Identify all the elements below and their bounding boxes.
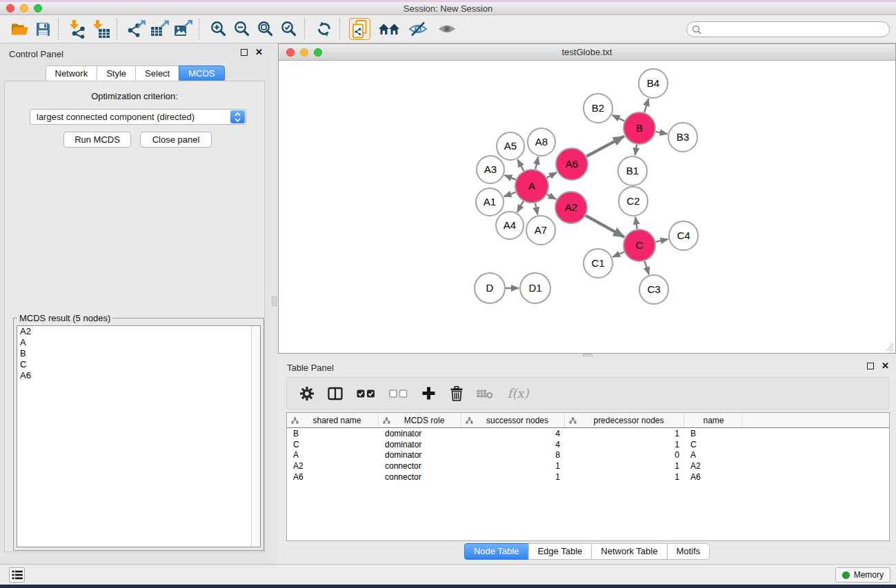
tab-mcds[interactable]: MCDS bbox=[179, 65, 224, 82]
refresh-button[interactable] bbox=[312, 18, 336, 40]
run-mcds-button[interactable]: Run MCDS bbox=[63, 132, 131, 148]
mcds-result-item[interactable]: B bbox=[17, 348, 260, 359]
graph-node-C4[interactable]: C4 bbox=[669, 221, 698, 250]
table-cell: 4 bbox=[461, 429, 565, 438]
graph-node-A8[interactable]: A8 bbox=[528, 128, 555, 156]
graph-edge-A-A8 bbox=[535, 157, 538, 170]
zoom-selected-button[interactable] bbox=[277, 18, 301, 40]
graph-node-C2[interactable]: C2 bbox=[619, 187, 648, 216]
graph-node-B3[interactable]: B3 bbox=[668, 123, 697, 152]
mcds-result-item[interactable]: A bbox=[17, 337, 260, 348]
search-field[interactable] bbox=[686, 21, 890, 37]
graph-node-B4[interactable]: B4 bbox=[639, 69, 668, 98]
deselect-all-button[interactable] bbox=[388, 385, 408, 403]
mcds-result-item[interactable]: C bbox=[17, 359, 260, 370]
graph-node-B2[interactable]: B2 bbox=[584, 94, 613, 123]
graph-node-A[interactable]: A bbox=[515, 170, 548, 203]
control-panel-close-button[interactable]: ✕ bbox=[255, 49, 263, 56]
task-history-button[interactable] bbox=[9, 567, 25, 582]
zoom-out-button[interactable] bbox=[230, 18, 254, 40]
column-header-mcds-role[interactable]: MCDS role bbox=[379, 413, 461, 427]
tab-select[interactable]: Select bbox=[135, 65, 179, 82]
table-settings-button[interactable] bbox=[299, 385, 315, 403]
graph-node-A6[interactable]: A6 bbox=[556, 148, 588, 180]
graph-node-A7[interactable]: A7 bbox=[526, 216, 555, 245]
delete-table-button[interactable] bbox=[477, 385, 493, 403]
eye-icon bbox=[437, 22, 457, 36]
trash-icon bbox=[450, 386, 464, 401]
table-panel-tabs: Node TableEdge TableNetwork TableMotifs bbox=[464, 543, 710, 560]
graph-edge-B-B3 bbox=[656, 132, 668, 134]
table-cell: 1 bbox=[565, 461, 684, 471]
resize-grip-icon[interactable] bbox=[885, 343, 894, 352]
graph-node-A5[interactable]: A5 bbox=[497, 132, 524, 160]
svg-text:C3: C3 bbox=[647, 283, 660, 295]
column-header-name[interactable]: name bbox=[684, 413, 742, 427]
mcds-result-item[interactable]: A6 bbox=[17, 370, 260, 381]
table-tab-edge-table[interactable]: Edge Table bbox=[528, 543, 592, 560]
export-table-icon bbox=[150, 19, 170, 39]
panel-divider-handle[interactable] bbox=[272, 296, 277, 306]
select-all-button[interactable] bbox=[355, 385, 376, 403]
unchecked-boxes-icon bbox=[389, 389, 408, 398]
graph-node-D1[interactable]: D1 bbox=[520, 273, 550, 303]
table-panel-close-button[interactable]: ✕ bbox=[882, 363, 889, 369]
export-network-button[interactable] bbox=[125, 18, 148, 40]
export-table-button[interactable] bbox=[148, 18, 172, 40]
control-panel-float-button[interactable] bbox=[241, 49, 248, 56]
table-row[interactable]: Cdominator41C bbox=[287, 439, 889, 450]
zoom-in-button[interactable] bbox=[207, 18, 230, 40]
export-image-button[interactable] bbox=[172, 18, 195, 40]
graph-edge-C-C1 bbox=[613, 252, 624, 257]
table-panel-float-button[interactable] bbox=[867, 363, 874, 369]
table-tab-network-table[interactable]: Network Table bbox=[591, 543, 667, 560]
main-toolbar bbox=[0, 15, 896, 43]
import-network-button[interactable] bbox=[66, 18, 90, 40]
table-tab-motifs[interactable]: Motifs bbox=[666, 543, 710, 560]
graph-node-A2[interactable]: A2 bbox=[555, 192, 587, 223]
table-tab-node-table[interactable]: Node Table bbox=[464, 543, 529, 560]
table-row[interactable]: A6connector11A6 bbox=[287, 472, 889, 483]
mcds-list-scrollbar[interactable] bbox=[251, 326, 260, 547]
graph-node-C3[interactable]: C3 bbox=[639, 275, 668, 304]
column-header-predecessor-nodes[interactable]: predecessor nodes bbox=[565, 413, 684, 427]
column-header-label: shared name bbox=[299, 416, 375, 425]
table-row[interactable]: Bdominator41B bbox=[287, 428, 889, 439]
network-window-titlebar[interactable]: testGlobe.txt bbox=[279, 44, 895, 61]
graph-node-D[interactable]: D bbox=[475, 273, 505, 303]
duplicate-network-button[interactable] bbox=[349, 18, 370, 40]
graph-node-A3[interactable]: A3 bbox=[477, 156, 504, 183]
graph-node-C1[interactable]: C1 bbox=[584, 249, 613, 278]
open-session-button[interactable] bbox=[8, 18, 31, 40]
zoom-fit-button[interactable] bbox=[254, 18, 277, 40]
search-input[interactable] bbox=[704, 25, 889, 34]
graph-node-B1[interactable]: B1 bbox=[618, 156, 647, 185]
criterion-dropdown[interactable]: largest connected component (directed) bbox=[30, 109, 246, 125]
save-session-button[interactable] bbox=[31, 18, 54, 40]
graph-node-C[interactable]: C bbox=[624, 230, 655, 261]
tab-style[interactable]: Style bbox=[97, 65, 136, 82]
table-row[interactable]: Adominator80A bbox=[287, 449, 889, 460]
close-panel-button[interactable]: Close panel bbox=[140, 132, 212, 148]
tab-network[interactable]: Network bbox=[45, 65, 97, 82]
network-canvas[interactable]: B4B2BB3A5A8A6B1A3AC2A1A2A4A7C4CC1C3DD1 bbox=[279, 61, 895, 353]
home-button[interactable] bbox=[377, 18, 401, 40]
show-panel-button[interactable] bbox=[435, 18, 459, 40]
hide-panel-button[interactable] bbox=[406, 18, 430, 40]
delete-column-button[interactable] bbox=[448, 385, 465, 403]
mcds-result-item[interactable]: A2 bbox=[17, 326, 260, 337]
graph-node-A1[interactable]: A1 bbox=[476, 188, 504, 216]
column-header-successor-nodes[interactable]: successor nodes bbox=[461, 413, 565, 427]
mcds-result-list[interactable]: A2ABCA6 bbox=[17, 325, 261, 547]
svg-text:D1: D1 bbox=[528, 282, 541, 294]
graph-edge-B-B1 bbox=[635, 145, 637, 156]
column-header-shared-name[interactable]: shared name bbox=[287, 413, 379, 427]
column-view-button[interactable] bbox=[327, 385, 344, 403]
table-row[interactable]: A2connector11A2 bbox=[287, 460, 889, 472]
graph-node-A4[interactable]: A4 bbox=[496, 212, 524, 239]
function-builder-button[interactable]: f(x) bbox=[505, 385, 531, 403]
memory-button[interactable]: Memory bbox=[835, 567, 890, 582]
graph-node-B[interactable]: B bbox=[624, 112, 655, 144]
import-table-button[interactable] bbox=[90, 18, 113, 40]
add-column-button[interactable] bbox=[420, 385, 437, 403]
